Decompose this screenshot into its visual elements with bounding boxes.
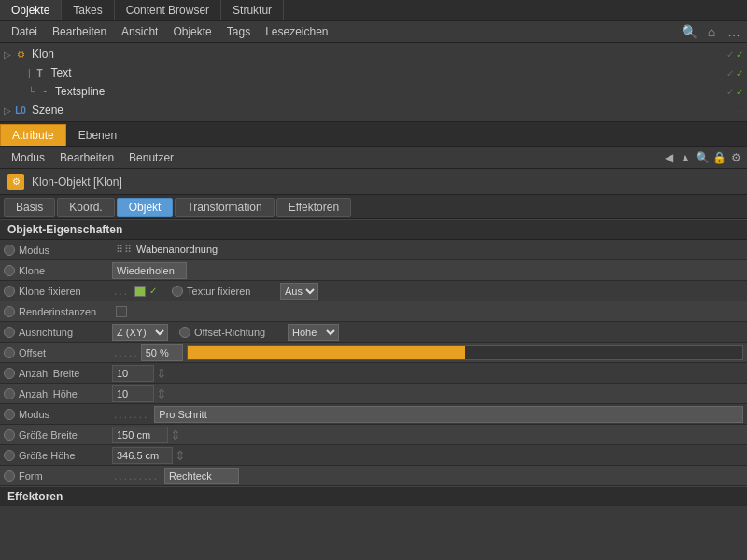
prop-label-modus: Modus: [19, 245, 112, 256]
object-list: ▷ ⚙ Klon ✓ ✓ ▷ | T Text ✓ ✓ ▷ └ ~ Textsp…: [0, 43, 747, 122]
check-grey-2: ✓: [726, 68, 734, 78]
object-checks: ✓ ✓: [726, 68, 743, 78]
prop-dot-klone-fixieren[interactable]: [4, 286, 15, 297]
spinner-groesse-breite[interactable]: ⇕: [170, 427, 181, 442]
list-item[interactable]: ▷ | T Text ✓ ✓: [0, 63, 747, 82]
menu-tags[interactable]: Tags: [219, 23, 258, 40]
tab-attribute[interactable]: Attribute: [0, 124, 66, 146]
form-dots: .........: [114, 469, 159, 483]
search-icon[interactable]: 🔍: [680, 22, 698, 41]
lock-icon[interactable]: 🔒: [712, 150, 726, 165]
prop-input-anzahl-hoehe[interactable]: [112, 385, 154, 402]
prop-dot-klone[interactable]: [4, 265, 15, 276]
child-line-icon2: └: [28, 87, 35, 97]
prop-dot-offset-richtung[interactable]: [179, 327, 190, 338]
object-label-text: Text: [51, 66, 72, 79]
prop-row-klone-fixieren: Klone fixieren ... ✓ Textur fixieren Aus…: [0, 281, 747, 301]
checkbox-klone-fixieren[interactable]: [134, 286, 146, 297]
object-header-icon: ⚙: [7, 174, 24, 190]
menu-objekte[interactable]: Objekte: [165, 23, 218, 40]
szene-object-icon: L0: [13, 103, 28, 118]
menu-datei[interactable]: Datei: [4, 23, 45, 40]
prop-label-klone: Klone: [19, 265, 112, 276]
property-tabs: Basis Koord. Objekt Transformation Effek…: [0, 195, 747, 219]
select-ausrichtung[interactable]: Z (XY) X (YZ) Y (XZ): [112, 324, 168, 341]
prop-input-klone[interactable]: [112, 262, 187, 279]
prop-dot-textur[interactable]: [172, 286, 183, 297]
search-attr-icon[interactable]: 🔍: [695, 150, 710, 165]
menu-bearbeiten[interactable]: Bearbeiten: [45, 23, 114, 40]
prop-input-anzahl-breite[interactable]: [112, 365, 154, 382]
prop-dot-ausrichtung[interactable]: [4, 327, 15, 338]
list-item[interactable]: ▷ └ ~ Textspline ✓ ✓: [0, 82, 747, 101]
attribute-sub-menu: Modus Bearbeiten Benutzer ◀ ▲ 🔍 🔒 ⚙: [0, 147, 747, 169]
prop-row-anzahl-hoehe: Anzahl Höhe ⇕: [0, 384, 747, 404]
object-label-textspline: Textspline: [55, 85, 105, 98]
prop-input-offset[interactable]: [141, 344, 183, 361]
section-header-effektoren: Effektoren: [0, 486, 747, 506]
check-grey-3: ✓: [726, 87, 734, 97]
select-offset-richtung[interactable]: Höhe Breite: [288, 324, 339, 341]
prop-dot-offset[interactable]: [4, 347, 15, 358]
menu-lesezeichen[interactable]: Lesezeichen: [258, 23, 335, 40]
submenu-benutzer[interactable]: Benutzer: [121, 149, 181, 166]
select-textur-fixieren[interactable]: Aus An: [280, 283, 318, 300]
submenu-modus[interactable]: Modus: [4, 149, 52, 166]
arrow-left-icon[interactable]: ◀: [661, 150, 676, 165]
checkmark-klone: ✓: [149, 286, 161, 296]
list-item[interactable]: ▷ L0 Szene ▫ ▫: [0, 101, 747, 119]
prop-label-textur-fixieren: Textur fixieren: [187, 286, 280, 297]
prop-dot-modus-step[interactable]: [4, 409, 15, 420]
prop-input-form[interactable]: [164, 468, 239, 484]
prop-tab-koord[interactable]: Koord.: [57, 198, 114, 217]
tab-content-browser[interactable]: Content Browser: [115, 0, 221, 20]
submenu-bearbeiten[interactable]: Bearbeiten: [52, 149, 121, 166]
prop-label-klone-fixieren: Klone fixieren: [19, 286, 112, 297]
object-title: Klon-Objekt [Klon]: [32, 175, 122, 189]
prop-tab-effektoren[interactable]: Effektoren: [276, 198, 351, 217]
object-label-klon: Klon: [32, 48, 54, 61]
checkbox-renderinstanzen[interactable]: [116, 306, 127, 317]
settings-icon[interactable]: ⚙: [728, 150, 743, 165]
spinner-anzahl-breite[interactable]: ⇕: [156, 366, 167, 381]
tab-objekte[interactable]: Objekte: [0, 0, 62, 20]
tab-struktur[interactable]: Struktur: [221, 0, 284, 20]
spinner-groesse-hoehe[interactable]: ⇕: [175, 448, 186, 463]
prop-dot-form[interactable]: [4, 470, 15, 482]
object-header: ⚙ Klon-Objekt [Klon]: [0, 169, 747, 195]
child-line-icon: |: [28, 68, 31, 78]
prop-dot-groesse-breite[interactable]: [4, 429, 15, 441]
prop-dot-anzahl-breite[interactable]: [4, 368, 15, 379]
prop-input-groesse-hoehe[interactable]: [112, 447, 173, 464]
prop-row-anzahl-breite: Anzahl Breite ⇕: [0, 363, 747, 384]
prop-label-ausrichtung: Ausrichtung: [19, 327, 112, 338]
prop-dot-renderinstanzen[interactable]: [4, 306, 15, 317]
check-green-2: ✓: [736, 68, 743, 78]
prop-dot-groesse-hoehe[interactable]: [4, 450, 15, 461]
arrow-up-icon[interactable]: ▲: [678, 150, 693, 165]
prop-tab-transformation[interactable]: Transformation: [175, 198, 274, 217]
prop-label-groesse-breite: Größe Breite: [19, 429, 112, 441]
spinner-anzahl-hoehe[interactable]: ⇕: [156, 386, 167, 401]
prop-label-offset-richtung: Offset-Richtung: [194, 327, 288, 338]
modus-step-dots: .......: [114, 408, 148, 421]
menu-ansicht[interactable]: Ansicht: [114, 23, 165, 40]
prop-input-modus-step[interactable]: [154, 406, 743, 423]
prop-input-groesse-breite[interactable]: [112, 427, 168, 443]
textspline-object-icon: ~: [36, 84, 51, 99]
prop-tab-objekt[interactable]: Objekt: [117, 198, 174, 217]
list-item[interactable]: ▷ ⚙ Klon ✓ ✓: [0, 45, 747, 63]
tab-ebenen[interactable]: Ebenen: [66, 124, 129, 146]
prop-label-modus-step: Modus: [19, 409, 112, 420]
home-icon[interactable]: ⌂: [702, 22, 721, 41]
offset-slider-fill: [188, 346, 465, 359]
expander-icon: ▷: [4, 49, 11, 60]
prop-dot-anzahl-hoehe[interactable]: [4, 388, 15, 399]
prop-tab-basis[interactable]: Basis: [4, 198, 55, 217]
prop-dot-modus[interactable]: [4, 245, 15, 256]
offset-slider[interactable]: [187, 345, 743, 360]
klone-fixieren-dots: ...: [114, 285, 129, 298]
tab-takes[interactable]: Takes: [62, 0, 114, 20]
prop-value-modus: ⠿⠿ Wabenanordnung: [116, 244, 218, 256]
more-icon[interactable]: …: [725, 22, 743, 41]
